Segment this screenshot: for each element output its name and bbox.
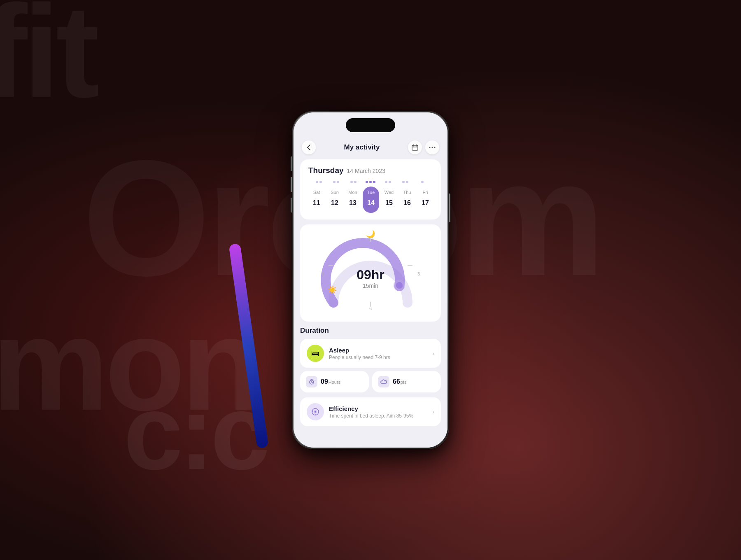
svg-point-2 xyxy=(432,147,433,148)
asleep-title: Asleep xyxy=(329,347,390,354)
week-selector: Sat 11 Sun 12 Mon 13 Tue xyxy=(308,187,433,213)
sleep-mins: 15min xyxy=(357,282,384,289)
duration-title: Duration xyxy=(300,327,441,335)
phone-shell: My activity xyxy=(292,111,449,449)
header-actions xyxy=(408,140,439,154)
dynamic-island xyxy=(346,118,395,132)
asleep-card[interactable]: 🛏 Asleep People usually need 7-9 hrs › xyxy=(300,339,441,368)
dot xyxy=(389,181,391,183)
svg-point-17 xyxy=(312,411,313,412)
dot-active xyxy=(373,181,375,183)
timer-icon xyxy=(306,376,317,387)
date-header: Thursday 14 March 2023 xyxy=(308,166,433,175)
efficiency-section: Efficiency Time spent in bed asleep. Aim… xyxy=(300,397,441,426)
day-name: Thursday xyxy=(308,166,344,175)
sleep-arc-container: 12 3 6 9 🌙 ☀️ 09hr 15min xyxy=(300,224,441,322)
back-button[interactable] xyxy=(302,140,316,154)
week-dots xyxy=(308,181,433,183)
efficiency-title: Efficiency xyxy=(329,405,413,412)
hours-unit: Hours xyxy=(329,380,340,385)
week-day-mon[interactable]: Mon 13 xyxy=(345,187,361,213)
svg-point-1 xyxy=(429,147,431,148)
stats-row: 09Hours 66pts xyxy=(300,371,441,392)
dot xyxy=(319,181,322,183)
svg-point-13 xyxy=(315,411,316,413)
svg-point-3 xyxy=(434,147,436,148)
dot xyxy=(406,181,408,183)
efficiency-chevron: › xyxy=(432,408,434,415)
asleep-icon: 🛏 xyxy=(307,345,324,362)
moon-icon: 🌙 xyxy=(366,229,375,238)
dot xyxy=(316,181,318,183)
pts-unit: pts xyxy=(401,380,407,385)
dot xyxy=(421,181,424,183)
phone-inner: My activity xyxy=(294,112,447,448)
sun-icon: ☀️ xyxy=(328,285,337,294)
arc-label-3: 3 xyxy=(417,271,420,276)
date-full: 14 March 2023 xyxy=(347,168,385,174)
cloud-icon xyxy=(378,376,389,387)
dot xyxy=(333,181,336,183)
arc-label-6: 6 xyxy=(369,306,372,311)
arc-wrapper: 12 3 6 9 🌙 ☀️ 09hr 15min xyxy=(321,233,420,315)
duration-section: Duration 🛏 Asleep People usually need 7-… xyxy=(300,327,441,392)
week-day-thu[interactable]: Thu 16 xyxy=(399,187,415,213)
arc-label-9: 9 xyxy=(321,271,324,276)
calendar-button[interactable] xyxy=(408,140,422,154)
svg-point-16 xyxy=(315,414,316,415)
week-day-sat[interactable]: Sat 11 xyxy=(308,187,325,213)
dot-active xyxy=(369,181,372,183)
dot xyxy=(402,181,405,183)
week-day-wed[interactable]: Wed 15 xyxy=(381,187,397,213)
hours-value: 09 xyxy=(321,378,328,385)
more-button[interactable] xyxy=(425,140,439,154)
week-day-tue[interactable]: Tue 14 xyxy=(363,187,379,213)
efficiency-card[interactable]: Efficiency Time spent in bed asleep. Aim… xyxy=(300,397,441,426)
dot xyxy=(337,181,339,183)
dot xyxy=(354,181,357,183)
asleep-subtitle: People usually need 7-9 hrs xyxy=(329,355,390,360)
pts-value: 66 xyxy=(393,378,400,385)
week-day-sun[interactable]: Sun 12 xyxy=(326,187,343,213)
dot xyxy=(385,181,387,183)
efficiency-icon xyxy=(307,403,324,420)
svg-point-15 xyxy=(318,411,319,412)
header: My activity xyxy=(294,137,447,159)
asleep-chevron: › xyxy=(432,350,434,357)
dot-active xyxy=(366,181,368,183)
dot xyxy=(350,181,353,183)
page-title: My activity xyxy=(344,143,380,152)
screen: My activity xyxy=(294,112,447,448)
week-day-fri[interactable]: Fri 17 xyxy=(417,187,433,213)
efficiency-subtitle: Time spent in bed asleep. Aim 85-95% xyxy=(329,413,413,419)
sleep-hours: 09hr xyxy=(357,267,384,282)
date-card: Thursday 14 March 2023 xyxy=(300,159,441,219)
phone-wrapper: My activity xyxy=(292,111,449,449)
svg-point-14 xyxy=(315,408,316,409)
hours-stat: 09Hours xyxy=(300,371,369,392)
pts-stat: 66pts xyxy=(372,371,441,392)
svg-rect-0 xyxy=(412,145,418,150)
arc-center-text: 09hr 15min xyxy=(357,267,384,289)
